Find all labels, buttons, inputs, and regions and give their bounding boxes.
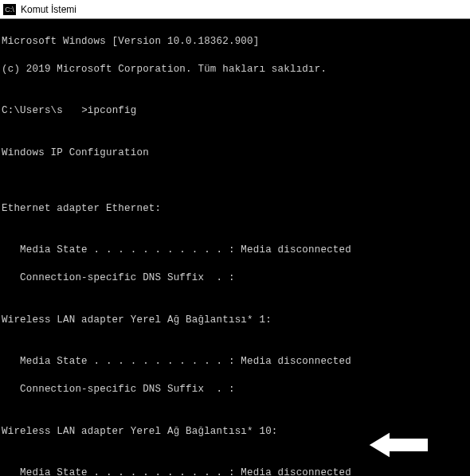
ipconfig-header: Windows IP Configuration (2, 146, 468, 161)
titlebar[interactable]: C:\ Komut İstemi (0, 0, 470, 19)
adapter-wlan1-dns: Connection-specific DNS Suffix . : (2, 383, 468, 397)
redacted-username: ███ (63, 105, 81, 116)
cmd-icon: C:\ (3, 4, 16, 15)
adapter-ethernet-media: Media State . . . . . . . . . . . : Medi… (2, 244, 468, 258)
cmd-icon-label: C:\ (5, 6, 14, 14)
command-prompt-window: C:\ Komut İstemi Microsoft Windows [Vers… (0, 0, 470, 476)
adapter-wlan1-media: Media State . . . . . . . . . . . : Medi… (2, 355, 468, 369)
adapter-ethernet-title: Ethernet adapter Ethernet: (2, 202, 468, 217)
terminal-output[interactable]: Microsoft Windows [Version 10.0.18362.90… (0, 19, 470, 476)
prompt-suffix: >ipconfig (81, 105, 136, 116)
prompt-prefix: C:\Users\s (2, 105, 63, 116)
prompt-line: C:\Users\s███>ipconfig (2, 104, 468, 119)
window-title: Komut İstemi (21, 4, 76, 15)
copyright-line: (c) 2019 Microsoft Corporation. Tüm hakl… (2, 63, 468, 77)
adapter-ethernet-dns: Connection-specific DNS Suffix . : (2, 271, 468, 286)
adapter-wlan1-title: Wireless LAN adapter Yerel Ağ Bağlantısı… (2, 314, 468, 328)
version-line: Microsoft Windows [Version 10.0.18362.90… (2, 35, 468, 49)
adapter-wlan10-media: Media State . . . . . . . . . . . : Medi… (2, 466, 468, 476)
annotation-arrow-icon (366, 431, 430, 458)
